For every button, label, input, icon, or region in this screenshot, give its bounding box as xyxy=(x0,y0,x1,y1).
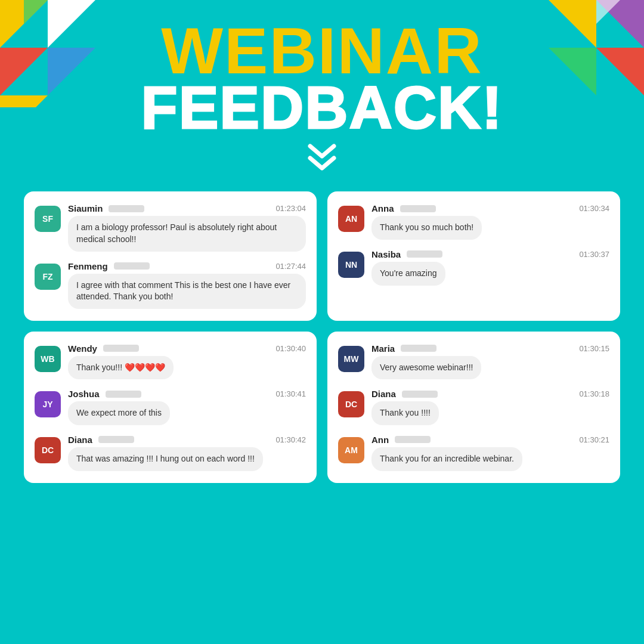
name-blur xyxy=(98,436,134,443)
message-bubble: Thank you !!!! xyxy=(371,401,439,425)
card-top-right: ANAnna01:30:34Thank you so much both!NNN… xyxy=(327,191,620,320)
message-header: Anna01:30:34 xyxy=(371,203,609,213)
sender-name: Nasiba xyxy=(371,249,401,259)
message-bubble: Very awesome webinar!!! xyxy=(371,356,481,380)
name-blur xyxy=(106,391,141,398)
timestamp: 01:27:44 xyxy=(275,262,306,271)
message-content: Maria01:30:15Very awesome webinar!!! xyxy=(371,343,609,380)
message-content: Diana01:30:18Thank you !!!! xyxy=(371,389,609,425)
header: WEBINAR FEEDBACK! xyxy=(0,0,644,137)
chevron-icon xyxy=(0,143,644,175)
message-bubble: Thank you so much both! xyxy=(371,216,482,240)
avatar: JY xyxy=(35,391,61,417)
message-item: AMAnn01:30:21Thank you for an incredible… xyxy=(338,435,609,471)
avatar: WB xyxy=(35,346,61,372)
message-header: Ann01:30:21 xyxy=(371,435,609,445)
timestamp: 01:23:04 xyxy=(275,204,306,213)
message-item: ANAnna01:30:34Thank you so much both! xyxy=(338,203,609,240)
timestamp: 01:30:40 xyxy=(275,344,306,353)
message-bubble: Thank you!!! ❤️❤️❤️❤️ xyxy=(68,356,174,380)
sender-name: Fenmeng xyxy=(68,261,108,271)
message-header: Maria01:30:15 xyxy=(371,343,609,354)
message-content: Joshua01:30:41We expect more of this xyxy=(68,389,306,425)
message-item: WBWendy01:30:40Thank you!!! ❤️❤️❤️❤️ xyxy=(35,343,306,380)
message-item: DCDiana01:30:18Thank you !!!! xyxy=(338,389,609,425)
background: WEBINAR FEEDBACK! SFSiaumin01:23:04I am … xyxy=(0,0,644,644)
message-header: Fenmeng01:27:44 xyxy=(68,261,306,271)
sender-name: Diana xyxy=(68,435,92,445)
sender-name: Anna xyxy=(371,203,394,213)
name-blur xyxy=(395,436,431,443)
name-blur xyxy=(402,391,438,398)
message-header: Diana01:30:18 xyxy=(371,389,609,399)
name-blur xyxy=(401,345,436,352)
message-bubble: Thank you for an incredible webinar. xyxy=(371,447,522,471)
sender-name: Ann xyxy=(371,435,389,445)
avatar: DC xyxy=(35,437,61,463)
name-blur xyxy=(407,250,442,258)
timestamp: 01:30:15 xyxy=(579,344,609,353)
message-bubble: We expect more of this xyxy=(68,401,170,425)
message-item: SFSiaumin01:23:04I am a biology professo… xyxy=(35,203,306,251)
message-item: MWMaria01:30:15Very awesome webinar!!! xyxy=(338,343,609,380)
sender-name: Maria xyxy=(371,343,395,354)
message-bubble: I am a biology professor! Paul is absolu… xyxy=(68,216,306,251)
avatar: FZ xyxy=(35,264,61,290)
sender-name: Diana xyxy=(371,389,396,399)
timestamp: 01:30:18 xyxy=(579,389,609,398)
message-header: Wendy01:30:40 xyxy=(68,343,306,354)
title-feedback: FEEDBACK! xyxy=(0,78,644,137)
timestamp: 01:30:21 xyxy=(579,435,609,444)
message-item: NNNasiba01:30:37You're amazing xyxy=(338,249,609,286)
avatar: NN xyxy=(338,252,364,278)
message-content: Siaumin01:23:04I am a biology professor!… xyxy=(68,203,306,251)
cards-container: SFSiaumin01:23:04I am a biology professo… xyxy=(0,181,644,500)
name-blur xyxy=(103,345,139,352)
message-bubble: I agree with that comment This is the be… xyxy=(68,274,306,309)
message-bubble: That was amazing !!! I hung out on each … xyxy=(68,447,263,471)
message-content: Nasiba01:30:37You're amazing xyxy=(371,249,609,286)
avatar: SF xyxy=(35,206,61,232)
sender-name: Wendy xyxy=(68,343,97,354)
message-item: JYJoshua01:30:41We expect more of this xyxy=(35,389,306,425)
message-header: Nasiba01:30:37 xyxy=(371,249,609,259)
avatar: MW xyxy=(338,346,364,372)
avatar: DC xyxy=(338,391,364,417)
message-content: Wendy01:30:40Thank you!!! ❤️❤️❤️❤️ xyxy=(68,343,306,380)
timestamp: 01:30:41 xyxy=(275,389,306,398)
message-header: Siaumin01:23:04 xyxy=(68,203,306,213)
avatar: AM xyxy=(338,437,364,463)
message-bubble: You're amazing xyxy=(371,262,445,286)
timestamp: 01:30:37 xyxy=(579,250,609,259)
message-item: FZFenmeng01:27:44I agree with that comme… xyxy=(35,261,306,309)
name-blur xyxy=(109,205,144,212)
card-bottom-left: WBWendy01:30:40Thank you!!! ❤️❤️❤️❤️JYJo… xyxy=(24,332,317,483)
card-bottom-right: MWMaria01:30:15Very awesome webinar!!!DC… xyxy=(327,332,620,483)
timestamp: 01:30:42 xyxy=(275,435,306,444)
card-top-left: SFSiaumin01:23:04I am a biology professo… xyxy=(24,191,317,320)
message-content: Fenmeng01:27:44I agree with that comment… xyxy=(68,261,306,309)
message-content: Ann01:30:21Thank you for an incredible w… xyxy=(371,435,609,471)
message-item: DCDiana01:30:42That was amazing !!! I hu… xyxy=(35,435,306,471)
sender-name: Joshua xyxy=(68,389,100,399)
name-blur xyxy=(400,205,436,212)
name-blur xyxy=(114,262,150,270)
message-content: Anna01:30:34Thank you so much both! xyxy=(371,203,609,240)
message-content: Diana01:30:42That was amazing !!! I hung… xyxy=(68,435,306,471)
avatar: AN xyxy=(338,206,364,232)
message-header: Diana01:30:42 xyxy=(68,435,306,445)
message-header: Joshua01:30:41 xyxy=(68,389,306,399)
sender-name: Siaumin xyxy=(68,203,103,213)
timestamp: 01:30:34 xyxy=(579,204,609,213)
